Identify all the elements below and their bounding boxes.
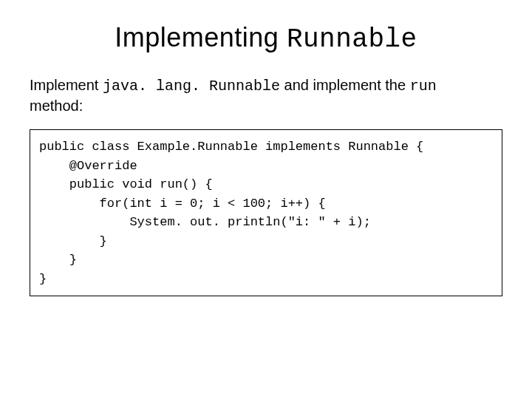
desc-code-2: run [410, 78, 437, 95]
code-line: public void run() { [39, 177, 213, 191]
desc-code-1: java. lang. Runnable [103, 78, 280, 95]
code-line: } [39, 272, 47, 286]
code-line: } [39, 234, 107, 248]
slide: Implementing Runnable Implement java. la… [0, 0, 532, 399]
code-block: public class Example.Runnable implements… [30, 129, 502, 296]
desc-text-3: method: [30, 98, 83, 114]
description: Implement java. lang. Runnable and imple… [30, 75, 502, 116]
desc-text-2: and implement the [280, 77, 410, 93]
title-mono: Runnable [287, 24, 417, 55]
code-line: @Override [39, 159, 137, 173]
code-line: } [39, 253, 77, 267]
code-line: for(int i = 0; i < 100; i++) { [39, 197, 326, 211]
slide-title: Implementing Runnable [30, 22, 502, 55]
desc-text-1: Implement [30, 77, 103, 93]
code-line: public class Example.Runnable implements… [39, 140, 423, 154]
title-prefix: Implementing [115, 22, 287, 52]
code-line: System. out. println("i: " + i); [39, 215, 371, 229]
